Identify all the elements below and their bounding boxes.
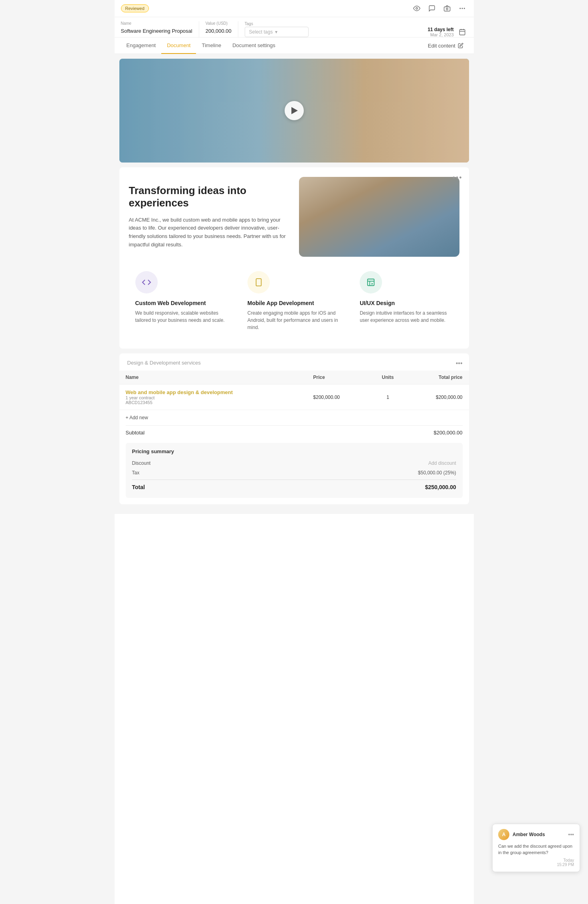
tax-value: $50,000.00 (25%) xyxy=(418,470,456,476)
days-left-count: 11 days left xyxy=(428,27,453,32)
pricing-table: Name Price Units Total price Web and mob… xyxy=(119,371,469,410)
subtotal-value: $200,000.00 xyxy=(434,430,462,436)
transform-image xyxy=(299,177,459,257)
tags-select[interactable]: Select tags ▾ xyxy=(245,27,309,37)
pricing-table-body: Web and mobile app design & development … xyxy=(119,385,469,410)
chat-message: Can we add the discount agreed upon in t… xyxy=(498,843,574,856)
play-triangle-icon xyxy=(291,107,298,114)
svg-point-5 xyxy=(463,8,465,9)
uiux-icon xyxy=(360,271,382,293)
service-card-web: Custom Web Development We build responsi… xyxy=(129,263,235,339)
fields-bar: Name Software Engineering Proposal Value… xyxy=(115,17,474,38)
dots-menu-pricing[interactable]: ••• xyxy=(456,360,463,367)
top-bar-icons xyxy=(412,3,467,14)
value-field-group: Value (USD) 200,000.00 xyxy=(206,21,232,37)
edit-icon xyxy=(458,43,463,48)
svg-rect-13 xyxy=(368,279,374,286)
item-name: Web and mobile app design & development xyxy=(126,389,301,395)
total-row: Total $250,000.00 xyxy=(132,480,456,492)
transform-grid: Transforming ideas into experiences At A… xyxy=(129,177,459,257)
chat-time: Today 15:29 PM xyxy=(498,858,574,867)
item-units: 1 xyxy=(368,385,407,410)
pricing-section: ••• Design & Development services Name P… xyxy=(119,353,469,504)
edit-content-button[interactable]: Edit content xyxy=(424,40,467,51)
svg-point-2 xyxy=(446,8,448,10)
col-total-price: Total price xyxy=(407,371,469,385)
tax-label: Tax xyxy=(132,470,140,476)
tags-label: Tags xyxy=(245,22,309,26)
hero-image[interactable] xyxy=(119,59,469,163)
chat-avatar: A xyxy=(498,829,509,840)
name-label: Name xyxy=(121,21,192,26)
days-left-display: 11 days left Mar 2, 2023 xyxy=(428,27,453,37)
calendar-icon xyxy=(459,28,466,36)
total-value: $250,000.00 xyxy=(425,484,456,490)
dots-icon xyxy=(459,5,466,12)
eye-icon-btn[interactable] xyxy=(412,3,422,14)
pricing-section-title: Design & Development services xyxy=(127,360,461,366)
reviewed-badge: Reviewed xyxy=(121,4,149,12)
svg-point-3 xyxy=(459,8,461,9)
item-sub2: ABCD123455 xyxy=(126,400,301,405)
top-bar: Reviewed xyxy=(115,0,474,17)
section-dots-transform[interactable]: ••• xyxy=(453,174,463,182)
value-amount: 200,000.00 xyxy=(206,26,232,37)
tags-field-group: Tags Select tags ▾ xyxy=(245,22,309,37)
field-divider-2 xyxy=(238,21,238,37)
table-header-row: Name Price Units Total price xyxy=(119,371,469,385)
col-price: Price xyxy=(307,371,368,385)
transform-image-inner xyxy=(299,177,459,257)
chat-bubble: A Amber Woods ••• Can we add the discoun… xyxy=(492,824,580,872)
item-total-price: $200,000.00 xyxy=(407,385,469,410)
value-label: Value (USD) xyxy=(206,21,232,26)
transform-heading: Transforming ideas into experiences xyxy=(129,184,289,209)
camera-icon-btn[interactable] xyxy=(442,3,452,14)
col-units: Units xyxy=(368,371,407,385)
tags-placeholder: Select tags xyxy=(249,29,273,35)
total-label: Total xyxy=(132,484,145,490)
chat-menu-button[interactable]: ••• xyxy=(568,831,574,838)
add-new-item-button[interactable]: + Add new xyxy=(119,410,154,425)
transform-text: Transforming ideas into experiences At A… xyxy=(129,184,289,249)
summary-box: Pricing summary Discount Add discount Ta… xyxy=(126,443,463,498)
chat-icon-btn[interactable] xyxy=(427,3,437,14)
add-discount-link[interactable]: Add discount xyxy=(428,460,456,466)
days-left-date: Mar 2, 2023 xyxy=(428,32,453,37)
field-divider-1 xyxy=(199,21,199,37)
document-content: ••• Transforming ideas into experiences … xyxy=(115,54,474,514)
calendar-icon-btn[interactable] xyxy=(457,27,467,37)
discount-label: Discount xyxy=(132,460,151,466)
tab-engagement[interactable]: Engagement xyxy=(121,38,162,54)
web-dev-desc: We build responsive, scalable websites t… xyxy=(135,309,228,324)
subtotal-row: Subtotal $200,000.00 xyxy=(126,425,463,440)
pricing-table-header: Name Price Units Total price xyxy=(119,371,469,385)
discount-row: Discount Add discount xyxy=(132,458,456,468)
service-card-mobile: Mobile App Development Create engaging m… xyxy=(241,263,347,339)
pricing-header: Design & Development services xyxy=(119,353,469,366)
item-name-cell: Web and mobile app design & development … xyxy=(119,385,307,410)
tax-row: Tax $50,000.00 (25%) xyxy=(132,468,456,478)
item-sub1: 1 year contract xyxy=(126,395,301,400)
service-card-uiux: UI/UX Design Design intuitive interfaces… xyxy=(353,263,459,339)
pricing-summary: Subtotal $200,000.00 Pricing summary Dis… xyxy=(126,425,463,498)
tab-document-settings[interactable]: Document settings xyxy=(227,38,281,54)
svg-rect-6 xyxy=(459,30,465,35)
play-button[interactable] xyxy=(285,101,304,120)
chat-icon xyxy=(428,5,436,12)
mobile-dev-title: Mobile App Development xyxy=(247,300,341,306)
svg-marker-14 xyxy=(372,283,373,285)
uiux-title: UI/UX Design xyxy=(360,300,453,306)
camera-icon xyxy=(443,5,451,12)
uiux-desc: Design intuitive interfaces for a seamle… xyxy=(360,309,453,324)
tab-document[interactable]: Document xyxy=(161,38,196,54)
mobile-dev-icon xyxy=(247,271,270,293)
chat-time-label: Today xyxy=(563,858,574,862)
nav-tabs: Engagement Document Timeline Document se… xyxy=(115,38,474,54)
chevron-down-icon: ▾ xyxy=(275,29,277,35)
summary-title: Pricing summary xyxy=(132,448,456,454)
chat-user-name: Amber Woods xyxy=(513,832,565,837)
tab-timeline[interactable]: Timeline xyxy=(196,38,227,54)
more-options-btn[interactable] xyxy=(457,3,467,14)
chat-header: A Amber Woods ••• xyxy=(498,829,574,840)
name-value: Software Engineering Proposal xyxy=(121,26,192,37)
